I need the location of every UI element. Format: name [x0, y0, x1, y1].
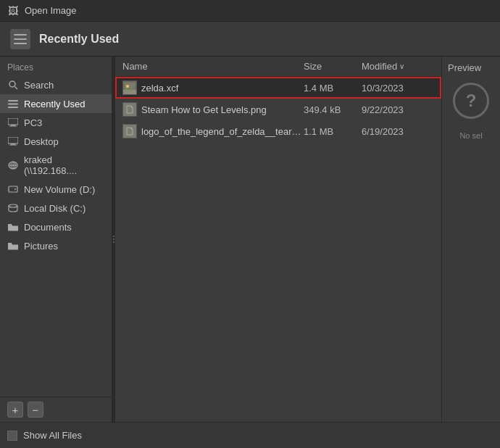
remove-place-button[interactable]: − — [28, 402, 43, 418]
col-modified-header[interactable]: Modified ∨ — [362, 61, 434, 72]
col-name-header[interactable]: Name — [122, 61, 304, 72]
file-name-zelda: zelda.xcf — [141, 83, 304, 94]
window-icon: 🖼 — [7, 5, 19, 17]
network-icon — [7, 159, 19, 171]
file-thumbnail-icon — [122, 80, 137, 95]
sidebar-item-pc3[interactable]: PC3 — [0, 113, 112, 132]
file-date-zelda-logo: 6/19/2023 — [362, 126, 434, 137]
title-bar: 🖼 Open Image — [0, 0, 500, 22]
sidebar-bottom-buttons: + − — [0, 397, 112, 422]
sidebar: Places Search Recently Used — [0, 57, 112, 422]
svg-rect-21 — [8, 224, 12, 225]
file-size-zelda: 1.4 MB — [304, 83, 362, 94]
sidebar-item-documents[interactable]: Documents — [0, 217, 112, 236]
file-name-zelda-logo: logo_of_the_legend_of_zelda__tears_of_th… — [141, 126, 304, 137]
svg-rect-5 — [8, 100, 18, 101]
local-disk-icon — [7, 202, 19, 214]
svg-rect-24 — [125, 89, 135, 93]
svg-rect-22 — [8, 243, 12, 244]
svg-rect-23 — [125, 83, 135, 93]
preview-icon-area: ? — [449, 79, 493, 123]
sidebar-label-documents: Documents — [24, 222, 72, 233]
sidebar-label-search: Search — [24, 80, 54, 91]
recently-used-icon — [7, 98, 19, 109]
svg-point-3 — [9, 81, 15, 87]
desktop-icon — [7, 136, 19, 147]
svg-rect-12 — [11, 144, 15, 145]
table-row[interactable]: zelda.xcf 1.4 MB 10/3/2023 — [115, 77, 441, 99]
show-all-files-label[interactable]: Show All Files — [23, 430, 82, 441]
svg-rect-6 — [8, 103, 18, 104]
sidebar-item-pictures[interactable]: Pictures — [0, 236, 112, 255]
svg-rect-8 — [8, 118, 18, 125]
sidebar-item-search[interactable]: Search — [0, 75, 112, 94]
pictures-folder-icon — [7, 240, 19, 252]
file-list: zelda.xcf 1.4 MB 10/3/2023 Steam How to … — [115, 77, 441, 422]
header-icon — [10, 29, 30, 49]
no-preview-icon: ? — [453, 83, 489, 119]
show-all-files-checkbox[interactable] — [7, 431, 17, 441]
svg-rect-0 — [14, 34, 27, 36]
file-area: Name Size Modified ∨ zelda.xcf 1.4 MB — [115, 57, 442, 422]
computer-icon — [7, 117, 19, 128]
sidebar-item-kraked[interactable]: kraked (\\192.168.... — [0, 151, 112, 180]
sidebar-label-local-disk: Local Disk (C:) — [24, 203, 86, 214]
sidebar-label-kraked: kraked (\\192.168.... — [24, 154, 104, 176]
sidebar-item-new-volume[interactable]: New Volume (D:) — [0, 180, 112, 199]
sidebar-item-desktop[interactable]: Desktop — [0, 132, 112, 151]
svg-line-4 — [14, 86, 17, 89]
file-generic-icon-2 — [122, 124, 137, 138]
file-date-steam: 9/22/2023 — [362, 104, 434, 115]
table-row[interactable]: logo_of_the_legend_of_zelda__tears_of_th… — [115, 120, 441, 142]
file-date-zelda: 10/3/2023 — [362, 83, 434, 94]
file-list-header: Name Size Modified ∨ — [115, 57, 441, 77]
preview-label: Preview — [445, 62, 497, 73]
svg-rect-10 — [9, 126, 17, 127]
svg-rect-11 — [8, 137, 18, 144]
svg-point-25 — [126, 85, 129, 88]
header-title: Recently Used — [39, 33, 119, 46]
sidebar-item-local-disk[interactable]: Local Disk (C:) — [0, 199, 112, 217]
svg-point-19 — [14, 188, 16, 190]
no-selection-text: No sel — [459, 131, 482, 140]
folder-icon — [7, 221, 19, 233]
header-bar: Recently Used — [0, 22, 500, 57]
sort-arrow-icon: ∨ — [399, 62, 404, 70]
resize-dots — [113, 236, 114, 243]
sidebar-label-desktop: Desktop — [24, 136, 59, 147]
sidebar-label-new-volume: New Volume (D:) — [24, 184, 95, 195]
sidebar-label-recently-used: Recently Used — [24, 99, 86, 109]
add-place-button[interactable]: + — [7, 402, 23, 418]
file-name-steam: Steam How to Get Levels.png — [141, 104, 304, 115]
sidebar-spacer — [0, 255, 112, 397]
window-title: Open Image — [25, 5, 77, 16]
sidebar-section-label: Places — [0, 57, 112, 75]
sidebar-item-recently-used[interactable]: Recently Used — [0, 94, 112, 113]
main-layout: Places Search Recently Used — [0, 57, 500, 422]
file-size-steam: 349.4 kB — [304, 104, 362, 115]
file-generic-icon — [122, 102, 137, 117]
sidebar-label-pictures: Pictures — [24, 241, 58, 252]
svg-rect-1 — [14, 38, 27, 40]
file-size-zelda-logo: 1.1 MB — [304, 126, 362, 137]
svg-rect-18 — [9, 186, 17, 192]
drive-icon — [7, 183, 19, 195]
search-icon — [7, 79, 19, 91]
sidebar-label-pc3: PC3 — [24, 117, 42, 128]
svg-rect-7 — [8, 107, 18, 108]
table-row[interactable]: Steam How to Get Levels.png 349.4 kB 9/2… — [115, 99, 441, 120]
svg-point-20 — [9, 204, 17, 207]
svg-rect-13 — [9, 145, 17, 146]
col-size-header[interactable]: Size — [304, 61, 362, 72]
preview-panel: Preview ? No sel — [442, 57, 500, 422]
bottom-bar: Show All Files — [0, 422, 500, 448]
svg-rect-2 — [14, 43, 27, 44]
svg-rect-9 — [11, 125, 15, 126]
